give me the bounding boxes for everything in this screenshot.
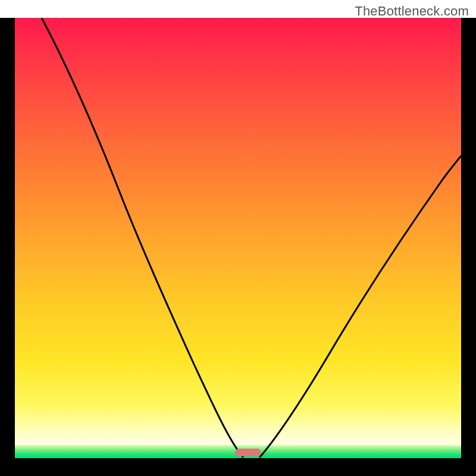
- plot-frame: [0, 18, 476, 476]
- plot-area: [15, 18, 461, 458]
- curve-left-branch: [42, 18, 243, 457]
- curve-right-branch: [260, 156, 461, 457]
- watermark-text: TheBottleneck.com: [355, 4, 469, 19]
- optimal-range-marker: [235, 449, 261, 456]
- chart-container: TheBottleneck.com: [0, 0, 476, 476]
- bottleneck-curve: [15, 18, 461, 458]
